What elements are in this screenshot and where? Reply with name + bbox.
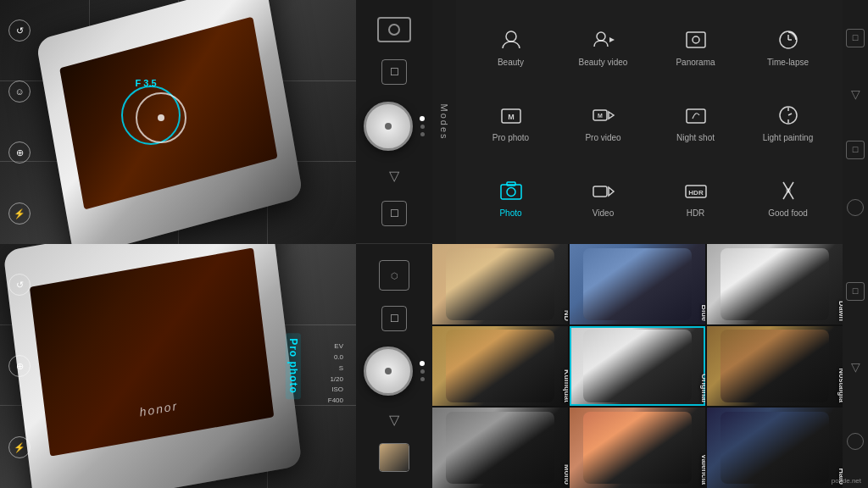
filter-nostalgia[interactable]: Nostalgia: [707, 326, 843, 407]
flash-icon[interactable]: ⚡: [8, 202, 31, 225]
viewfinder-top[interactable]: F 3.5 ↺ ☺ ⊕ ⚡: [0, 0, 356, 244]
pro-video-label: Pro video: [585, 133, 620, 142]
middle-top: ☐ ▽ ☐: [356, 0, 432, 244]
main-container: F 3.5 ↺ ☺ ⊕ ⚡ honor: [0, 0, 868, 488]
small-ctrl-2[interactable]: ☐: [846, 141, 865, 159]
filter-original[interactable]: Original: [570, 326, 705, 407]
triangle-right-bottom[interactable]: ▽: [851, 360, 860, 374]
panorama-icon: [682, 26, 709, 53]
modes-grid: Beauty Beauty video Panorama: [456, 0, 843, 244]
svg-rect-18: [501, 185, 521, 199]
mode-dots-2: [420, 361, 425, 381]
thumbnail-btn[interactable]: [379, 443, 409, 472]
mode-timelapse[interactable]: Time-lapse: [742, 8, 834, 84]
viewfinder-bottom[interactable]: honor Pro photo EV 0.0 S 1/20 ISO F400 ↺…: [0, 244, 356, 488]
face-icon[interactable]: ☺: [8, 80, 31, 103]
triangle-right-top[interactable]: ▽: [851, 87, 860, 101]
beauty-video-label: Beauty video: [579, 58, 628, 67]
filter-kumquat-label: Kumquat: [563, 369, 568, 402]
shutter-button-2[interactable]: [364, 347, 413, 396]
panorama-label: Panorama: [676, 58, 715, 67]
pro-photo-label-mode: Pro photo: [492, 133, 529, 142]
filter-nd[interactable]: ND: [432, 244, 568, 324]
mode-light-painting[interactable]: Light painting: [742, 84, 834, 159]
small-ctrl-1[interactable]: ☐: [846, 29, 865, 47]
svg-marker-22: [609, 187, 614, 196]
filters-section: ND Blue Dawn Kumquat: [432, 244, 868, 488]
svg-rect-3: [687, 32, 705, 47]
flip-icon[interactable]: ↺: [8, 274, 31, 296]
iso-label: ISO: [328, 385, 343, 396]
phone-image-bottom: honor: [3, 244, 303, 488]
modes-label-bar: Modes: [432, 0, 456, 244]
filter-dawn[interactable]: Dawn: [707, 244, 843, 324]
shutter-button[interactable]: [364, 102, 413, 151]
filter-grid: ND Blue Dawn Kumquat: [432, 244, 843, 488]
filter-valencia-label: Valencia: [700, 454, 705, 485]
settings-icon[interactable]: ⊕: [8, 141, 31, 164]
filter-blue[interactable]: Blue: [570, 244, 705, 324]
mode-pro-photo[interactable]: M Pro photo: [465, 84, 557, 159]
triangle-nav-top[interactable]: ▽: [389, 168, 399, 184]
video-label: Video: [593, 208, 614, 218]
left-icons-bottom: ↺ ⊕ ⚡: [7, 244, 32, 488]
filter-halo[interactable]: Halo: [707, 408, 843, 488]
mode-photo[interactable]: Photo: [465, 160, 557, 236]
mode-beauty[interactable]: Beauty: [465, 8, 557, 84]
light-painting-icon: [775, 102, 802, 129]
pro-photo-label: Pro photo: [286, 333, 301, 399]
filter-mono[interactable]: Mono: [432, 408, 568, 488]
mode-hdr[interactable]: HDR HDR: [649, 160, 742, 236]
filter-valencia[interactable]: Valencia: [570, 408, 705, 488]
filters-right-controls: ☐ ▽: [843, 244, 868, 488]
mode-panorama[interactable]: Panorama: [649, 8, 742, 84]
fstop-label: F 3.5: [136, 78, 157, 88]
svg-text:HDR: HDR: [688, 189, 704, 197]
beauty-label: Beauty: [498, 58, 524, 67]
hdr-label: HDR: [687, 208, 705, 218]
left-panel: F 3.5 ↺ ☺ ⊕ ⚡ honor: [0, 0, 356, 488]
mode-pro-video[interactable]: M Pro video: [557, 84, 649, 159]
filter-icon[interactable]: ⊕: [8, 355, 31, 377]
filter-ctrl-1[interactable]: ☐: [846, 282, 865, 301]
modes-label: Modes: [439, 103, 449, 140]
s-label: S: [328, 363, 343, 374]
circle-ctrl-bottom[interactable]: [847, 433, 864, 450]
camera-switch-icon[interactable]: [377, 17, 411, 42]
filter-nostalgia-label: Nostalgia: [837, 369, 843, 403]
square-ctrl-top[interactable]: ☐: [381, 59, 407, 85]
light-painting-label: Light painting: [763, 133, 814, 142]
mode-good-food[interactable]: Good food: [742, 160, 834, 236]
modes-section: Modes Beauty Beauty video: [432, 0, 868, 244]
mode-video[interactable]: Video: [557, 160, 649, 236]
svg-rect-21: [593, 186, 607, 197]
triangle-nav-bottom[interactable]: ▽: [389, 412, 399, 428]
mode-night-shot[interactable]: Night shot: [649, 84, 742, 159]
focus-indicator: [136, 92, 186, 143]
good-food-label: Good food: [768, 208, 808, 218]
mode-dots: [420, 116, 425, 136]
circle-ctrl[interactable]: [847, 199, 864, 216]
ev-value: 0.0: [328, 352, 343, 363]
s-value: 1/20: [328, 374, 343, 385]
filter-kumquat[interactable]: Kumquat: [432, 326, 568, 407]
filter-original-label: Original: [700, 374, 705, 402]
square-ctrl-mid[interactable]: ☐: [381, 201, 407, 226]
exposure-info: EV 0.0 S 1/20 ISO F400: [328, 341, 343, 407]
rotate-icon[interactable]: ↺: [8, 19, 31, 42]
beauty-video-icon: [590, 26, 617, 53]
pro-photo-icon: M: [498, 102, 525, 129]
night-shot-label: Night shot: [676, 133, 715, 142]
square-ctrl-bottom[interactable]: ☐: [381, 306, 407, 331]
svg-point-27: [786, 188, 791, 193]
photo-icon: [498, 177, 525, 204]
middle-panel: ☐ ▽ ☐ ⬡ ☐: [356, 0, 432, 488]
iso-value: F400: [328, 396, 343, 407]
mode-beauty-video[interactable]: Beauty video: [557, 8, 649, 84]
switch-cam-icon[interactable]: ⬡: [379, 260, 409, 291]
left-icons-top: ↺ ☺ ⊕ ⚡: [7, 0, 32, 244]
flash-icon-bottom[interactable]: ⚡: [8, 436, 31, 458]
video-icon: [590, 177, 617, 204]
svg-point-19: [507, 188, 515, 197]
ev-label: EV: [328, 341, 343, 352]
